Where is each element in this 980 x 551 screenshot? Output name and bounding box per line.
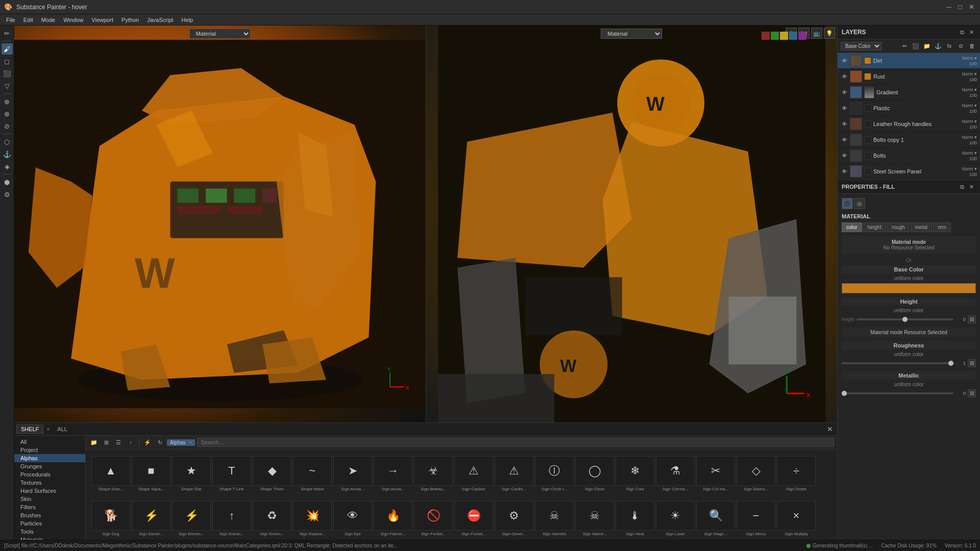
shelf-close-btn[interactable]: ✕ bbox=[825, 424, 835, 434]
shelf-icon-row2-container-8[interactable]: 🚫Sign Forbid... bbox=[413, 498, 453, 538]
shelf-folder-btn[interactable]: 📁 bbox=[89, 437, 99, 447]
viewport-right[interactable]: Material ⚙ 📷 📺 💡 bbox=[426, 26, 838, 422]
shelf-icon-row2-container-12[interactable]: ☠Sign Harmf... bbox=[575, 498, 615, 538]
shelf-icon-row2-container-2[interactable]: ⚡Sign Electro... bbox=[172, 498, 211, 538]
shelf-category-alphas[interactable]: Alphas bbox=[14, 454, 85, 462]
shelf-category-filters[interactable]: Filters bbox=[14, 503, 85, 511]
layer-vis-1[interactable]: 👁 bbox=[841, 73, 848, 80]
layer-item-2[interactable]: 👁 Gradient Norm ▾ 100 bbox=[838, 85, 980, 101]
prop-mode-material[interactable]: ⬛ bbox=[842, 198, 853, 209]
tool-clone[interactable]: ⊕ bbox=[2, 96, 13, 107]
shelf-icon-row2-container-6[interactable]: 👁Sign Eye bbox=[333, 498, 373, 538]
shelf-active-filter[interactable]: Alphas × bbox=[167, 439, 195, 446]
tool-paint[interactable]: 🖌 bbox=[2, 43, 13, 55]
shelf-icon-row2-container-10[interactable]: ⚙Sign Gener... bbox=[494, 498, 534, 538]
shelf-icon-row1-container-14[interactable]: ⚗Sign Corrosi... bbox=[655, 454, 695, 493]
shelf-grid-btn[interactable]: ⊞ bbox=[101, 437, 111, 447]
shelf-icon-row1-container-13[interactable]: ❄Sign Cold bbox=[615, 454, 655, 493]
shelf-icon-row1-container-15[interactable]: ✂Sign Cut Ha... bbox=[696, 454, 736, 493]
shelf-category-textures[interactable]: Textures bbox=[14, 479, 85, 487]
roughness-chain-btn[interactable]: ⛓ bbox=[968, 359, 976, 367]
layer-blend-6[interactable]: Norm ▾ bbox=[962, 151, 977, 156]
layer-item-5[interactable]: 👁 Bolts copy 1 Norm ▾ 100 bbox=[838, 132, 980, 148]
layer-vis-3[interactable]: 👁 bbox=[841, 105, 848, 112]
shelf-list-btn[interactable]: ☰ bbox=[113, 437, 124, 447]
shelf-import-btn[interactable]: ↑ bbox=[126, 437, 136, 447]
layer-blend-0[interactable]: Norm ▾ bbox=[962, 56, 977, 61]
filter-remove[interactable]: × bbox=[189, 440, 192, 445]
menu-item-window[interactable]: Window bbox=[59, 16, 87, 24]
mat-tab-rough[interactable]: rough bbox=[887, 222, 910, 232]
shelf-icon-row1-container-9[interactable]: ⚠Sign Caution bbox=[454, 454, 494, 493]
tool-smear[interactable]: ⊗ bbox=[2, 108, 13, 119]
tool-mask[interactable]: ⊘ bbox=[2, 120, 13, 132]
vp-icon-3[interactable]: 📺 bbox=[811, 28, 822, 39]
viewport-left[interactable]: Material bbox=[14, 26, 426, 422]
shelf-icon-row1-container-7[interactable]: →Sign Anow... bbox=[373, 454, 413, 493]
properties-expand-btn[interactable]: ⧉ bbox=[958, 182, 967, 191]
shelf-icon-row1-container-11[interactable]: ⒾSign Circle I... bbox=[534, 454, 574, 493]
vp-icon-4[interactable]: 💡 bbox=[824, 28, 835, 39]
layer-blend-3[interactable]: Norm ▾ bbox=[962, 103, 977, 108]
prop-mode-texture[interactable]: ◎ bbox=[854, 198, 865, 209]
layer-vis-2[interactable]: 👁 bbox=[841, 89, 848, 96]
menu-item-mode[interactable]: Mode bbox=[37, 16, 60, 24]
shelf-icon-row1-container-8[interactable]: ☣Sign Biohaz... bbox=[413, 454, 453, 493]
layer-item-0[interactable]: 👁 Dirt Norm ▾ 100 bbox=[838, 53, 980, 69]
shelf-category-project[interactable]: Project bbox=[14, 446, 85, 454]
shelf-icon-row2-container-1[interactable]: ⚡Sign Electri... bbox=[131, 498, 171, 538]
shelf-icon-row2-container-3[interactable]: ↑Sign Entran... bbox=[212, 498, 252, 538]
shelf-category-particles[interactable]: Particles bbox=[14, 519, 85, 528]
shelf-icon-row1-container-16[interactable]: ◇Sign Diamo... bbox=[736, 454, 776, 493]
layers-mask-btn[interactable]: ⊘ bbox=[955, 41, 966, 51]
properties-close-btn[interactable]: ✕ bbox=[967, 182, 976, 191]
mat-tab-nrm[interactable]: nrm bbox=[933, 222, 951, 232]
metallic-chain-btn[interactable]: ⛓ bbox=[968, 389, 976, 397]
layer-item-1[interactable]: 👁 Rust Norm ▾ 100 bbox=[838, 69, 980, 85]
shelf-icon-row2-container-17[interactable]: ×Sign Multiply bbox=[776, 498, 816, 538]
layers-paint-btn[interactable]: ✏ bbox=[899, 41, 910, 51]
shelf-icon-row1-container-6[interactable]: ➤Sign Arrow... bbox=[333, 454, 373, 493]
layers-channel-select[interactable]: Base Color bbox=[841, 42, 881, 51]
tool-eraser[interactable]: ◻ bbox=[2, 56, 13, 67]
shelf-category-brushes[interactable]: Brushes bbox=[14, 511, 85, 519]
menu-item-help[interactable]: Help bbox=[178, 16, 198, 24]
shelf-icon-row2-container-4[interactable]: ♻Sign Enviro... bbox=[252, 498, 292, 538]
shelf-icon-row2-container-9[interactable]: ⛔Sign Forbid... bbox=[454, 498, 494, 538]
shelf-icon-row1-container-5[interactable]: ~Shape Wave bbox=[292, 454, 332, 493]
shelf-tab-shelf[interactable]: SHELF bbox=[16, 424, 43, 434]
layer-blend-5[interactable]: Norm ▾ bbox=[962, 135, 977, 140]
shelf-refresh-btn[interactable]: ↻ bbox=[155, 437, 165, 447]
menu-item-python[interactable]: Python bbox=[117, 16, 143, 24]
layer-blend-2[interactable]: Norm ▾ bbox=[962, 87, 977, 92]
minimize-button[interactable]: ─ bbox=[944, 3, 953, 12]
mat-tab-color[interactable]: color bbox=[842, 222, 862, 232]
tool-bake[interactable]: ⬢ bbox=[2, 177, 13, 188]
layers-close-btn[interactable]: ✕ bbox=[967, 28, 976, 37]
shelf-tab-all[interactable]: ALL bbox=[53, 424, 72, 434]
shelf-icon-row1-container-2[interactable]: ★Shape Star bbox=[172, 454, 211, 493]
layer-vis-0[interactable]: 👁 bbox=[841, 57, 848, 64]
shelf-icon-row1-container-3[interactable]: TShape T Line bbox=[212, 454, 252, 493]
menu-item-edit[interactable]: Edit bbox=[19, 16, 37, 24]
shelf-category-skin[interactable]: Skin bbox=[14, 495, 85, 503]
shelf-icon-row1-container-17[interactable]: ÷Sign Divide bbox=[776, 454, 816, 493]
layers-folder-btn[interactable]: 📁 bbox=[922, 41, 932, 51]
tool-select[interactable]: ▽ bbox=[2, 80, 13, 91]
shelf-category-hard-surfaces[interactable]: Hard Surfaces bbox=[14, 487, 85, 495]
shelf-icon-row1-container-1[interactable]: ■Shape Squa... bbox=[131, 454, 171, 493]
mat-tab-height[interactable]: height bbox=[863, 222, 886, 232]
layer-item-7[interactable]: 👁 Steel Screen Panel Norm ▾ 100 bbox=[838, 164, 980, 180]
shelf-category-procedurals[interactable]: Procedurals bbox=[14, 470, 85, 479]
metallic-slider[interactable] bbox=[842, 392, 953, 394]
shelf-icon-row1-container-0[interactable]: ▲Shape Shar... bbox=[91, 454, 131, 493]
base-color-swatch[interactable] bbox=[842, 283, 976, 293]
shelf-icon-row1-container-12[interactable]: ◯Sign Circle bbox=[575, 454, 615, 493]
tool-material[interactable]: ◈ bbox=[2, 161, 13, 172]
roughness-slider[interactable] bbox=[842, 362, 953, 364]
layer-vis-7[interactable]: 👁 bbox=[841, 168, 848, 175]
tool-brush[interactable]: ✏ bbox=[2, 28, 13, 39]
layer-vis-5[interactable]: 👁 bbox=[841, 136, 848, 143]
shelf-icon-row2-container-5[interactable]: 💥Sign Explosi... bbox=[292, 498, 332, 538]
menu-item-javascript[interactable]: JavaScript bbox=[143, 16, 177, 24]
